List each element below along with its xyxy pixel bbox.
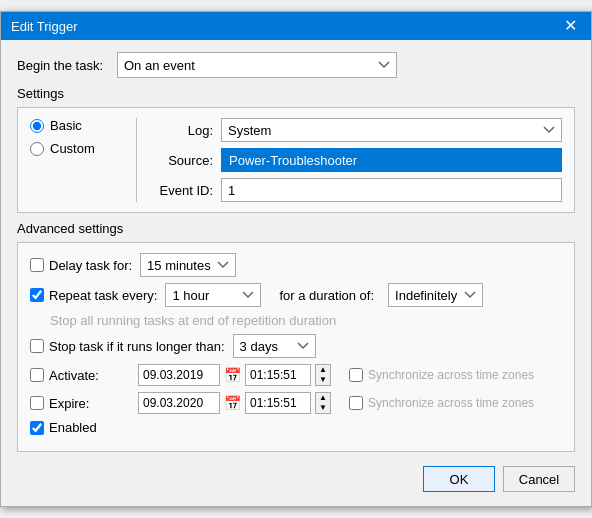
- repeat-task-row: Repeat task every: 1 hour 5 minutes 10 m…: [30, 283, 562, 307]
- repeat-task-select[interactable]: 1 hour 5 minutes 10 minutes 15 minutes 3…: [165, 283, 261, 307]
- expire-row: Expire: 📅 ▲ ▼ Synchronize across time zo…: [30, 392, 562, 414]
- log-source-area: Log: System Application Security Source:…: [153, 118, 562, 202]
- stop-task-checkbox[interactable]: [30, 339, 44, 353]
- enabled-label: Enabled: [30, 420, 97, 435]
- activate-time-input[interactable]: [245, 364, 311, 386]
- duration-select[interactable]: Indefinitely 1 hour 12 hours 1 day: [388, 283, 483, 307]
- expire-time-input[interactable]: [245, 392, 311, 414]
- delay-task-row: Delay task for: 15 minutes 30 minutes 1 …: [30, 253, 562, 277]
- activate-checkbox[interactable]: [30, 368, 44, 382]
- begin-task-select[interactable]: On an event On a schedule At log on At s…: [117, 52, 397, 78]
- settings-label: Settings: [17, 86, 575, 101]
- stop-running-text: Stop all running tasks at end of repetit…: [50, 313, 562, 328]
- title-bar: Edit Trigger ✕: [1, 12, 591, 40]
- begin-task-row: Begin the task: On an event On a schedul…: [17, 52, 575, 78]
- cancel-button[interactable]: Cancel: [503, 466, 575, 492]
- expire-checkbox[interactable]: [30, 396, 44, 410]
- delay-task-select[interactable]: 15 minutes 30 minutes 1 hour 2 hours: [140, 253, 236, 277]
- stop-task-label: Stop task if it runs longer than:: [30, 339, 225, 354]
- activate-row: Activate: 📅 ▲ ▼ Synchronize across time …: [30, 364, 562, 386]
- expire-time-spinner[interactable]: ▲ ▼: [315, 392, 331, 414]
- stop-task-row: Stop task if it runs longer than: 3 days…: [30, 334, 562, 358]
- delay-task-checkbox[interactable]: [30, 258, 44, 272]
- expire-date-group: 📅 ▲ ▼: [138, 392, 331, 414]
- basic-radio[interactable]: [30, 119, 44, 133]
- custom-label: Custom: [50, 141, 95, 156]
- settings-box: Basic Custom Log: System Application: [17, 107, 575, 213]
- expire-sync-label: Synchronize across time zones: [349, 396, 534, 410]
- log-select[interactable]: System Application Security: [221, 118, 562, 142]
- enabled-row: Enabled: [30, 420, 562, 435]
- repeat-task-checkbox[interactable]: [30, 288, 44, 302]
- log-label: Log:: [153, 123, 213, 138]
- advanced-box: Delay task for: 15 minutes 30 minutes 1 …: [17, 242, 575, 452]
- activate-sync-checkbox[interactable]: [349, 368, 363, 382]
- activate-date-group: 📅 ▲ ▼: [138, 364, 331, 386]
- enabled-checkbox[interactable]: [30, 421, 44, 435]
- close-button[interactable]: ✕: [560, 18, 581, 34]
- source-input[interactable]: Power-Troubleshooter: [221, 148, 562, 172]
- dialog-title: Edit Trigger: [11, 19, 77, 34]
- activate-time-down[interactable]: ▼: [316, 375, 330, 385]
- ok-button[interactable]: OK: [423, 466, 495, 492]
- activate-time-up[interactable]: ▲: [316, 365, 330, 375]
- expire-time-down[interactable]: ▼: [316, 403, 330, 413]
- source-label: Source:: [153, 153, 213, 168]
- edit-trigger-dialog: Edit Trigger ✕ Begin the task: On an eve…: [0, 11, 592, 507]
- vertical-separator: [136, 118, 137, 202]
- stop-task-select[interactable]: 3 days 1 hour 2 hours 4 hours 8 hours 12…: [233, 334, 316, 358]
- activate-time-spinner[interactable]: ▲ ▼: [315, 364, 331, 386]
- basic-radio-item: Basic: [30, 118, 120, 133]
- bottom-buttons: OK Cancel: [17, 460, 575, 496]
- duration-label: for a duration of:: [279, 288, 374, 303]
- delay-task-label: Delay task for:: [30, 258, 132, 273]
- expire-date-input[interactable]: [138, 392, 220, 414]
- activate-sync-label: Synchronize across time zones: [349, 368, 534, 382]
- eventid-input[interactable]: [221, 178, 562, 202]
- expire-time-up[interactable]: ▲: [316, 393, 330, 403]
- log-row: Log: System Application Security: [153, 118, 562, 142]
- source-row: Source: Power-Troubleshooter: [153, 148, 562, 172]
- eventid-row: Event ID:: [153, 178, 562, 202]
- repeat-task-label: Repeat task every:: [30, 288, 157, 303]
- activate-label: Activate:: [30, 368, 130, 383]
- basic-label: Basic: [50, 118, 82, 133]
- eventid-label: Event ID:: [153, 183, 213, 198]
- radio-group: Basic Custom: [30, 118, 120, 202]
- begin-task-label: Begin the task:: [17, 58, 117, 73]
- dialog-body: Begin the task: On an event On a schedul…: [1, 40, 591, 506]
- custom-radio-item: Custom: [30, 141, 120, 156]
- activate-date-input[interactable]: [138, 364, 220, 386]
- expire-sync-checkbox[interactable]: [349, 396, 363, 410]
- advanced-label: Advanced settings: [17, 221, 575, 236]
- activate-cal-icon[interactable]: 📅: [224, 367, 241, 383]
- custom-radio[interactable]: [30, 142, 44, 156]
- expire-cal-icon[interactable]: 📅: [224, 395, 241, 411]
- expire-label: Expire:: [30, 396, 130, 411]
